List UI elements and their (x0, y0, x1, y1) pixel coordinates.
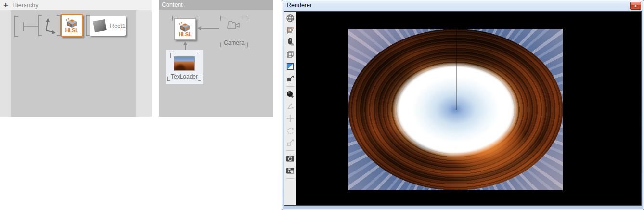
panorama-seam (455, 29, 456, 110)
hlsl-node-label: HLSL (65, 28, 78, 33)
camera-node[interactable]: Camera (220, 16, 247, 51)
hierarchy-canvas[interactable]: HLSL Rect1 (11, 10, 136, 117)
toolbar-separator (286, 150, 294, 151)
camera-to-hlsl-connection (198, 28, 219, 29)
content-header: Content (159, 0, 273, 10)
add-node-icon[interactable]: + (3, 1, 8, 9)
open-bracket-icon (14, 16, 18, 37)
renderer-window-title: Renderer (287, 2, 312, 9)
aspect-ratio-icon[interactable] (286, 74, 295, 83)
texture-thumbnail (174, 56, 195, 71)
camera-node-label: Camera (220, 39, 248, 47)
rect1-node-label: Rect1 (110, 23, 126, 29)
hierarchy-panel-title: Hierarchy (13, 2, 39, 9)
screenshot-clipboard-icon[interactable] (286, 166, 295, 175)
rect1-node[interactable]: Rect1 (90, 16, 126, 36)
toolbar-separator (286, 86, 294, 87)
hierarchy-right-gutter (136, 10, 152, 117)
rotate-manipulator-icon[interactable] (286, 126, 295, 135)
rendered-scene-image (348, 29, 563, 190)
renderer-window: Renderer x (282, 0, 644, 210)
hlsl-cube-icon (179, 22, 192, 32)
hlsl-node-hierarchy[interactable]: HLSL (61, 14, 83, 37)
axis-node-icon[interactable] (41, 16, 56, 36)
content-panel-title: Content (162, 1, 183, 8)
mouse-input-icon[interactable] (286, 38, 295, 47)
axis-manipulator-icon[interactable] (286, 102, 295, 111)
polar-panorama-render (348, 29, 563, 190)
scene-pick-icon[interactable] (286, 90, 295, 99)
toolbar-separator (286, 178, 294, 179)
renderer-client-area (284, 11, 642, 206)
content-canvas[interactable]: HLSL Camera TexLoader (159, 10, 273, 117)
camera-icon (226, 20, 242, 32)
rectangle-geometry-icon (93, 19, 107, 32)
texloader-node-label: TexLoader (167, 73, 201, 81)
texloader-node-selected[interactable]: TexLoader (166, 50, 203, 84)
screenshot-icon[interactable] (286, 154, 295, 163)
translate-manipulator-icon[interactable] (286, 114, 295, 123)
hierarchy-left-gutter (0, 10, 11, 117)
close-bracket-icon (57, 15, 61, 36)
hierarchy-header: + Hierarchy (0, 0, 152, 10)
background-color-icon[interactable] (286, 62, 295, 71)
scale-manipulator-icon[interactable] (286, 138, 295, 147)
render-statistics-icon[interactable] (286, 26, 295, 35)
hlsl-cube-icon (65, 18, 78, 28)
open-bracket-icon (86, 15, 90, 36)
hlsl-node-content[interactable]: HLSL (172, 16, 198, 42)
renderer-toolbar (284, 12, 296, 205)
close-window-button[interactable]: x (630, 2, 641, 10)
render-viewport[interactable] (296, 12, 641, 205)
layer-link-icon[interactable] (19, 18, 39, 35)
globe-icon[interactable] (286, 14, 295, 23)
hlsl-node-label: HLSL (179, 32, 192, 37)
bounding-box-icon[interactable] (286, 50, 295, 59)
